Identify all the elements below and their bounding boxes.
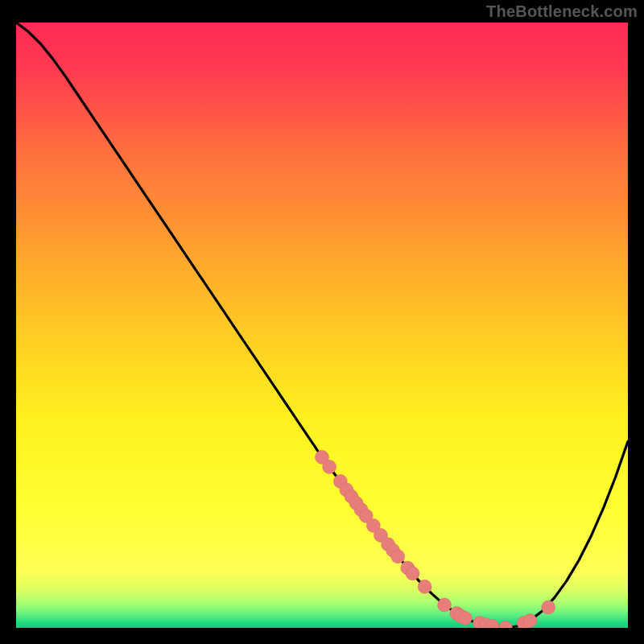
data-point [458, 611, 472, 625]
bottleneck-chart [16, 23, 628, 628]
chart-svg [16, 23, 628, 628]
data-point [438, 598, 452, 612]
data-point [406, 567, 419, 580]
data-point [523, 613, 537, 627]
data-point [418, 580, 431, 593]
attribution-text: TheBottleneck.com [486, 0, 644, 23]
data-point [542, 601, 555, 614]
data-point [323, 460, 336, 473]
svg-rect-0 [16, 23, 628, 628]
data-point [391, 550, 405, 564]
